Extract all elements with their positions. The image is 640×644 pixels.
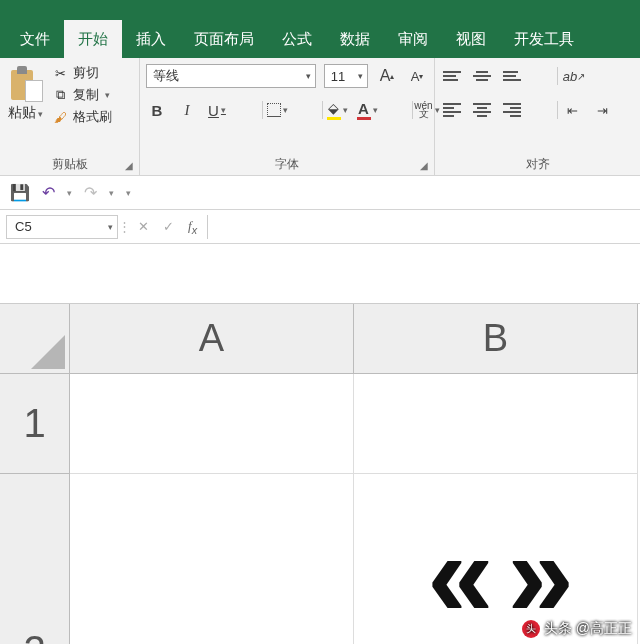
- borders-button[interactable]: ▾: [266, 98, 288, 122]
- align-right-button[interactable]: [501, 98, 523, 122]
- fill-color-button[interactable]: ⬙ ▾: [326, 98, 348, 122]
- align-left-button[interactable]: [441, 98, 463, 122]
- cell-b2[interactable]: « »: [354, 474, 638, 644]
- tab-formulas[interactable]: 公式: [268, 20, 326, 58]
- chevron-down-icon: ▾: [300, 71, 311, 81]
- chevron-down-icon: ▾: [435, 105, 440, 115]
- copy-icon: ⧉: [51, 87, 69, 103]
- chevron-down-icon: ▾: [105, 90, 110, 100]
- column-header-b[interactable]: B: [354, 304, 638, 374]
- chevron-down-icon: ▾: [283, 105, 288, 115]
- font-name-combo[interactable]: 等线 ▾: [146, 64, 316, 88]
- indent-left-icon: ⇤: [567, 103, 578, 118]
- border-icon: [267, 103, 281, 117]
- tab-review[interactable]: 审阅: [384, 20, 442, 58]
- align-top-icon: [443, 69, 461, 83]
- quick-access-toolbar: 💾 ↶▾ ↷▾ ▾: [0, 176, 640, 210]
- tab-developer[interactable]: 开发工具: [500, 20, 588, 58]
- name-box[interactable]: C5 ▾: [6, 215, 118, 239]
- separator: ⋮: [118, 219, 128, 234]
- align-right-icon: [503, 101, 521, 119]
- align-center-icon: [473, 101, 491, 119]
- redo-button[interactable]: ↷: [84, 183, 97, 202]
- paste-icon: [9, 64, 43, 102]
- separator: [386, 98, 408, 122]
- title-bar: [0, 0, 640, 20]
- italic-button[interactable]: I: [176, 98, 198, 122]
- cell-b1[interactable]: [354, 374, 638, 474]
- chevron-down-icon: ▾: [38, 109, 43, 119]
- tab-page-layout[interactable]: 页面布局: [180, 20, 268, 58]
- ribbon-tabs: 文件 开始 插入 页面布局 公式 数据 审阅 视图 开发工具: [0, 20, 640, 58]
- insert-function-button[interactable]: fx: [188, 218, 197, 236]
- cancel-formula-button[interactable]: ✕: [138, 219, 149, 234]
- bold-button[interactable]: B: [146, 98, 168, 122]
- spacer: [0, 244, 640, 304]
- increase-font-button[interactable]: A▴: [376, 64, 398, 88]
- chevron-down-icon: ▾: [352, 71, 363, 81]
- group-clipboard-label: 剪贴板: [52, 157, 88, 171]
- customize-qat-button[interactable]: ▾: [126, 188, 131, 198]
- cell-a2[interactable]: [70, 474, 354, 644]
- row-header-1[interactable]: 1: [0, 374, 70, 474]
- name-box-value: C5: [15, 219, 32, 234]
- chevron-down-icon: ▾: [343, 105, 348, 115]
- tab-view[interactable]: 视图: [442, 20, 500, 58]
- align-middle-button[interactable]: [471, 64, 493, 88]
- tab-insert[interactable]: 插入: [122, 20, 180, 58]
- cell-a1[interactable]: [70, 374, 354, 474]
- undo-button[interactable]: ↶: [42, 183, 55, 202]
- chevron-down-icon: ▾: [221, 105, 226, 115]
- ribbon: 粘贴▾ ✂ 剪切 ⧉ 复制 ▾ 🖌 格式刷 剪贴板◢: [0, 58, 640, 176]
- font-name-value: 等线: [153, 67, 179, 85]
- group-font-label: 字体: [275, 157, 299, 171]
- tab-home[interactable]: 开始: [64, 20, 122, 58]
- decrease-font-button[interactable]: A▾: [406, 64, 428, 88]
- phonetic-guide-button[interactable]: wén文 ▾: [416, 98, 438, 122]
- watermark-logo-icon: 头: [522, 620, 540, 638]
- indent-right-icon: ⇥: [597, 103, 608, 118]
- group-alignment-label: 对齐: [526, 157, 550, 171]
- copy-button[interactable]: ⧉ 复制 ▾: [51, 86, 112, 104]
- formula-input[interactable]: [207, 215, 640, 239]
- column-header-a[interactable]: A: [70, 304, 354, 374]
- copy-label: 复制: [73, 86, 99, 104]
- cut-button[interactable]: ✂ 剪切: [51, 64, 112, 82]
- paste-button[interactable]: 粘贴▾: [6, 62, 45, 124]
- row-header-2[interactable]: 2: [0, 474, 70, 644]
- orientation-button[interactable]: ab↗: [561, 64, 587, 88]
- decrease-indent-button[interactable]: ⇤: [561, 98, 583, 122]
- chevron-down-icon[interactable]: ▾: [109, 188, 114, 198]
- align-top-button[interactable]: [441, 64, 463, 88]
- dialog-launcher-icon[interactable]: ◢: [420, 160, 428, 171]
- save-button[interactable]: 💾: [10, 183, 30, 202]
- chevron-down-icon[interactable]: ▾: [67, 188, 72, 198]
- dialog-launcher-icon[interactable]: ◢: [125, 160, 133, 171]
- align-bottom-icon: [503, 69, 521, 83]
- chevron-down-icon: ▾: [373, 105, 378, 115]
- watermark: 头 头条 @高正正: [522, 620, 632, 638]
- group-font: 等线 ▾ 11 ▾ A▴ A▾ B I U▾ ▾: [140, 58, 435, 175]
- font-color-button[interactable]: A ▾: [356, 98, 378, 122]
- select-all-corner[interactable]: [0, 304, 70, 374]
- separator: [296, 98, 318, 122]
- bucket-icon: ⬙: [328, 100, 339, 116]
- font-size-combo[interactable]: 11 ▾: [324, 64, 368, 88]
- underline-button[interactable]: U▾: [206, 98, 228, 122]
- watermark-text: 头条 @高正正: [544, 620, 632, 638]
- group-alignment: ab↗ ⇤ ⇥ 对齐: [435, 58, 640, 175]
- formula-bar: C5 ▾ ⋮ ✕ ✓ fx: [0, 210, 640, 244]
- format-painter-button[interactable]: 🖌 格式刷: [51, 108, 112, 126]
- scissors-icon: ✂: [51, 65, 69, 81]
- tab-data[interactable]: 数据: [326, 20, 384, 58]
- tab-file[interactable]: 文件: [6, 20, 64, 58]
- separator: [236, 98, 258, 122]
- phonetic-icon: wén文: [414, 102, 432, 118]
- align-bottom-button[interactable]: [501, 64, 523, 88]
- group-clipboard: 粘贴▾ ✂ 剪切 ⧉ 复制 ▾ 🖌 格式刷 剪贴板◢: [0, 58, 140, 175]
- increase-indent-button[interactable]: ⇥: [591, 98, 613, 122]
- align-center-button[interactable]: [471, 98, 493, 122]
- enter-formula-button[interactable]: ✓: [163, 219, 174, 234]
- spreadsheet-grid: A B 1 2 « »: [0, 304, 640, 644]
- separator: [531, 98, 553, 122]
